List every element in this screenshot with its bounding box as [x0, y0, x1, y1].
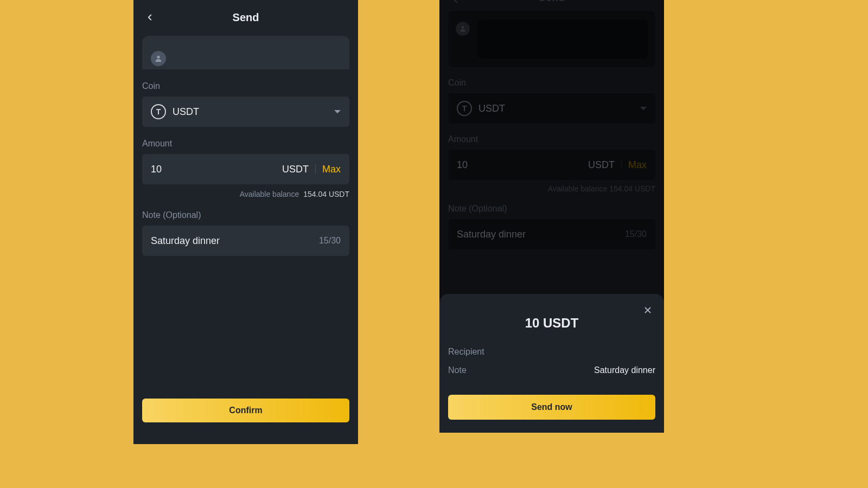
- svg-point-0: [157, 56, 159, 59]
- note-input-row: Saturday dinner 15/30: [142, 226, 349, 256]
- amount-input-row: 10 USDT Max: [142, 154, 349, 184]
- balance-value: 154.04 USDT: [303, 190, 349, 198]
- note-char-count: 15/30: [319, 236, 341, 246]
- coin-label: Coin: [448, 78, 655, 88]
- user-icon: [154, 54, 163, 63]
- amount-unit: USDT: [282, 164, 309, 175]
- recipient-card[interactable]: [448, 11, 655, 67]
- app-header: Send: [439, 0, 664, 3]
- divider: [315, 164, 316, 174]
- note-char-count: 15/30: [625, 229, 647, 239]
- close-button[interactable]: [638, 300, 658, 320]
- chevron-left-icon: [145, 12, 155, 22]
- amount-input[interactable]: 10: [457, 159, 588, 171]
- amount-input[interactable]: 10: [151, 164, 282, 175]
- max-button[interactable]: Max: [628, 159, 647, 171]
- chevron-down-icon: [640, 107, 647, 110]
- back-button[interactable]: [444, 0, 468, 8]
- recipient-field[interactable]: [477, 20, 648, 59]
- recipient-card[interactable]: [142, 36, 349, 69]
- user-icon: [459, 25, 467, 33]
- close-icon: [643, 305, 653, 315]
- chevron-left-icon: [451, 0, 461, 5]
- available-balance: Available balance154.04 USDT: [142, 190, 349, 198]
- note-input-row: Saturday dinner 15/30: [448, 219, 655, 249]
- avatar: [456, 22, 470, 36]
- amount-input-row: 10 USDT Max: [448, 150, 655, 180]
- sheet-note-row: Note Saturday dinner: [448, 365, 655, 375]
- send-now-button[interactable]: Send now: [448, 395, 655, 420]
- divider: [621, 160, 622, 170]
- tether-icon: T: [151, 104, 166, 119]
- coin-name: USDT: [173, 106, 334, 118]
- amount-unit: USDT: [588, 159, 615, 171]
- back-button[interactable]: [138, 5, 162, 29]
- chevron-down-icon: [334, 110, 341, 113]
- coin-selector[interactable]: T USDT: [142, 97, 349, 127]
- sheet-amount: 10 USDT: [448, 316, 655, 331]
- max-button[interactable]: Max: [322, 164, 341, 175]
- confirm-button[interactable]: Confirm: [142, 399, 349, 422]
- amount-label: Amount: [142, 139, 349, 149]
- sheet-note-value: Saturday dinner: [594, 365, 655, 375]
- coin-name: USDT: [478, 103, 640, 114]
- balance-label: Available balance: [240, 190, 299, 198]
- svg-point-1: [462, 26, 464, 29]
- confirmation-sheet: 10 USDT Recipient Note Saturday dinner S…: [439, 294, 664, 433]
- note-input[interactable]: Saturday dinner: [457, 229, 625, 240]
- page-title: Send: [439, 0, 664, 4]
- send-confirm-screen: Send Coin T USDT Amount 10 USDT Max: [439, 0, 664, 433]
- tether-icon: T: [457, 101, 472, 116]
- coin-selector[interactable]: T USDT: [448, 93, 655, 124]
- note-input[interactable]: Saturday dinner: [151, 235, 319, 247]
- note-label: Note (Optional): [448, 204, 655, 214]
- available-balance: Available balance 154.04 USDT: [448, 184, 655, 193]
- page-title: Send: [133, 11, 358, 24]
- sheet-note-label: Note: [448, 365, 467, 375]
- amount-label: Amount: [448, 134, 655, 144]
- note-label: Note (Optional): [142, 210, 349, 220]
- sheet-recipient-row: Recipient: [448, 347, 655, 357]
- sheet-recipient-label: Recipient: [448, 347, 484, 357]
- avatar: [151, 51, 166, 66]
- coin-label: Coin: [142, 81, 349, 91]
- app-header: Send: [133, 0, 358, 35]
- send-form-screen: Send Coin T USDT Amount 10 USDT Max Avai…: [133, 0, 358, 444]
